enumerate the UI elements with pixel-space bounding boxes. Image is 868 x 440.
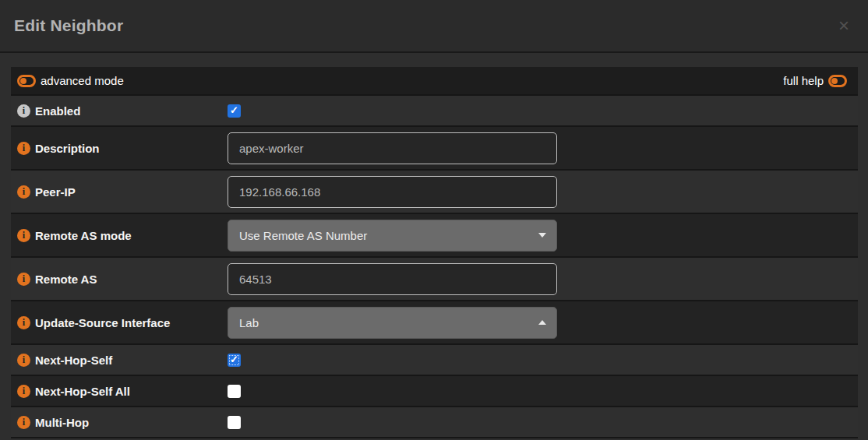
- full-help-label: full help: [783, 74, 824, 87]
- next-hop-self-checkbox[interactable]: ✓: [228, 354, 241, 367]
- control-cell: Lab: [228, 307, 858, 339]
- form-row-next-hop-self-all: iNext-Hop-Self All: [11, 376, 858, 407]
- field-label: Enabled: [35, 104, 80, 118]
- full-help-toggle[interactable]: full help: [783, 74, 847, 87]
- control-cell: [228, 416, 858, 429]
- info-icon[interactable]: i: [17, 273, 30, 286]
- close-icon[interactable]: ×: [838, 16, 849, 35]
- info-icon[interactable]: i: [17, 185, 30, 199]
- form-row-update-source-interface: iUpdate-Source InterfaceLab: [11, 301, 858, 345]
- info-icon[interactable]: i: [17, 142, 30, 155]
- next-hop-self-all-checkbox[interactable]: [228, 385, 241, 398]
- modal-title: Edit Neighbor: [14, 16, 123, 35]
- field-label: Remote AS mode: [35, 229, 132, 242]
- control-cell: [228, 176, 858, 208]
- select-value: Lab: [239, 316, 259, 329]
- label-cell: iDescription: [11, 142, 228, 155]
- form-row-peer-ip: iPeer-IP: [11, 171, 858, 214]
- remote-as-input[interactable]: [228, 263, 557, 295]
- form-row-multi-hop: iMulti-Hop: [11, 407, 858, 438]
- enabled-checkbox[interactable]: ✓: [228, 104, 241, 118]
- info-icon[interactable]: i: [17, 416, 30, 429]
- peer-ip-input[interactable]: [228, 176, 557, 208]
- remote-as-mode-select[interactable]: Use Remote AS Number: [228, 220, 557, 252]
- info-icon[interactable]: i: [17, 104, 30, 118]
- form-row-next-hop-self: iNext-Hop-Self✓: [11, 345, 858, 376]
- select-value: Use Remote AS Number: [239, 229, 367, 242]
- advanced-mode-toggle[interactable]: advanced mode: [17, 74, 124, 87]
- info-icon[interactable]: i: [17, 385, 30, 398]
- caret-up-icon: [538, 320, 546, 325]
- label-cell: iEnabled: [11, 104, 228, 118]
- form-row-remote-as: iRemote AS: [11, 258, 858, 301]
- toggle-off-icon: [17, 75, 36, 87]
- modal-header: Edit Neighbor ×: [0, 0, 868, 53]
- description-input[interactable]: [228, 132, 557, 164]
- label-cell: iRemote AS: [11, 273, 228, 286]
- multi-hop-checkbox[interactable]: [228, 416, 241, 429]
- control-cell: ✓: [228, 354, 858, 367]
- form-table: iEnabled✓iDescriptioniPeer-IPiRemote AS …: [11, 96, 858, 438]
- control-cell: [228, 132, 858, 164]
- label-cell: iPeer-IP: [11, 185, 228, 199]
- field-label: Remote AS: [35, 273, 97, 286]
- field-label: Description: [35, 142, 100, 155]
- info-icon[interactable]: i: [17, 316, 30, 329]
- advanced-mode-label: advanced mode: [41, 74, 124, 87]
- control-cell: [228, 385, 858, 398]
- checkmark-icon: ✓: [230, 105, 238, 115]
- form-row-enabled: iEnabled✓: [11, 96, 858, 127]
- label-cell: iMulti-Hop: [11, 416, 228, 429]
- info-icon[interactable]: i: [17, 354, 30, 367]
- field-label: Next-Hop-Self: [35, 354, 112, 367]
- info-icon[interactable]: i: [17, 229, 30, 242]
- checkmark-icon: ✓: [230, 354, 238, 364]
- caret-down-icon: [538, 233, 546, 238]
- options-bar: advanced mode full help: [11, 67, 858, 96]
- control-cell: Use Remote AS Number: [228, 220, 858, 252]
- control-cell: ✓: [228, 104, 858, 118]
- label-cell: iUpdate-Source Interface: [11, 316, 228, 329]
- label-cell: iNext-Hop-Self All: [11, 385, 228, 398]
- label-cell: iRemote AS mode: [11, 229, 228, 242]
- field-label: Peer-IP: [35, 185, 76, 199]
- field-label: Update-Source Interface: [35, 316, 170, 329]
- update-source-interface-select[interactable]: Lab: [228, 307, 557, 339]
- modal-body: advanced mode full help iEnabled✓iDescri…: [0, 53, 868, 438]
- label-cell: iNext-Hop-Self: [11, 354, 228, 367]
- form-row-remote-as-mode: iRemote AS modeUse Remote AS Number: [11, 214, 858, 258]
- field-label: Multi-Hop: [35, 416, 89, 429]
- form-row-description: iDescription: [11, 127, 858, 171]
- control-cell: [228, 263, 858, 295]
- field-label: Next-Hop-Self All: [35, 385, 130, 398]
- toggle-off-icon: [828, 75, 847, 87]
